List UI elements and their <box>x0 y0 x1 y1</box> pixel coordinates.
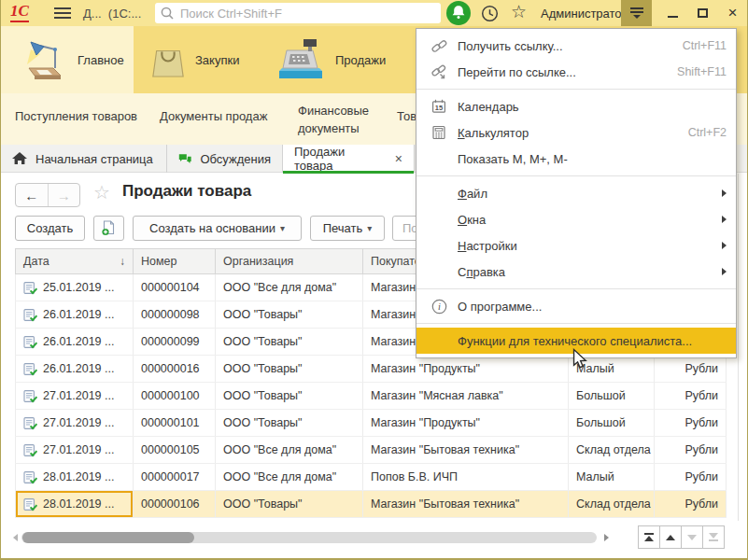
minimize-button[interactable] <box>658 0 687 26</box>
subnav-item-postupleniya[interactable]: Поступления товаров <box>15 109 137 123</box>
table-cell[interactable]: 25.01.2019 ... <box>15 274 134 301</box>
go-to-bottom-button[interactable] <box>702 525 725 549</box>
table-cell[interactable]: 27.01.2019 ... <box>15 383 134 409</box>
table-cell[interactable]: 28.01.2019 ... <box>15 491 134 517</box>
section-glavnoe[interactable]: Главное <box>1 26 134 93</box>
maximize-button[interactable] <box>688 0 717 26</box>
forward-button[interactable]: → <box>48 184 80 206</box>
hscroll-right-arrow[interactable] <box>604 534 609 541</box>
table-cell[interactable]: Склад отдела п... <box>569 437 655 463</box>
table-cell[interactable]: Рубли <box>655 410 727 436</box>
table-cell[interactable]: Магазин "Бытовая техника" <box>363 491 569 517</box>
favorites-button[interactable]: ☆ <box>511 2 527 22</box>
table-cell[interactable]: 000000106 <box>134 491 216 517</box>
column-header-date[interactable]: Дата ↓ <box>15 249 134 273</box>
menu-item[interactable]: КалькуляторCtrl+F2 <box>416 119 736 146</box>
table-cell[interactable]: 27.01.2019 ... <box>15 437 134 463</box>
table-cell[interactable]: Магазин "Продукты" <box>363 356 569 382</box>
table-cell[interactable]: Большой <box>569 383 655 409</box>
go-to-top-button[interactable] <box>638 525 660 549</box>
section-prodazhi[interactable]: Продажи <box>270 26 416 93</box>
move-up-button[interactable] <box>659 525 682 549</box>
service-menu-button[interactable] <box>621 0 652 26</box>
table-cell[interactable]: 000000100 <box>134 383 216 409</box>
table-cell[interactable]: ООО "Товары" <box>216 383 363 409</box>
table-cell[interactable]: Рубли <box>655 437 727 463</box>
hscroll-thumb[interactable] <box>22 532 194 543</box>
table-cell[interactable]: Склад отдела п... <box>569 491 655 517</box>
table-cell[interactable]: Рубли <box>655 356 727 382</box>
create-button[interactable]: Создать <box>15 216 85 241</box>
table-cell[interactable]: Магазин "Мясная лавка" <box>363 383 569 409</box>
table-cell[interactable]: Попов Б.В. ИЧП <box>363 464 569 490</box>
column-header-organization[interactable]: Организация <box>216 249 363 273</box>
move-down-button[interactable] <box>681 525 703 549</box>
table-row[interactable]: 28.01.2019 ...000000017ООО "Все для дома… <box>15 464 727 491</box>
menu-item[interactable]: 15Календарь <box>416 93 736 119</box>
table-cell[interactable]: 26.01.2019 ... <box>15 356 134 382</box>
table-cell[interactable]: Магазин "Бытовая техника" <box>363 437 569 463</box>
table-row[interactable]: 28.01.2019 ...000000106ООО "Товары"Магаз… <box>15 491 727 518</box>
tab-close-icon[interactable]: × <box>395 151 402 166</box>
table-cell[interactable]: 000000099 <box>134 329 216 355</box>
table-cell[interactable]: 26.01.2019 ... <box>15 301 134 328</box>
table-cell[interactable]: Малый <box>569 464 655 490</box>
table-cell[interactable]: ООО "Все для дома" <box>216 437 363 463</box>
table-row[interactable]: 27.01.2019 ...000000100ООО "Товары"Магаз… <box>15 383 727 410</box>
menu-item[interactable]: Перейти по ссылке...Shift+F11 <box>416 59 736 85</box>
create-based-on-button[interactable]: Создать на основании ▾ <box>133 216 302 241</box>
table-cell[interactable]: Рубли <box>655 383 727 409</box>
table-cell[interactable]: 28.01.2019 ... <box>15 464 134 490</box>
table-cell[interactable]: ООО "Товары" <box>216 301 363 328</box>
add-to-favorites-button[interactable]: ☆ <box>93 181 110 203</box>
menu-item[interactable]: Файл <box>416 180 736 206</box>
subnav-item-dokumenty-prodazh[interactable]: Документы продаж <box>160 109 267 123</box>
table-row[interactable]: 26.01.2019 ...000000016ООО "Товары"Магаз… <box>15 356 727 383</box>
table-cell[interactable]: Магазин "Продукты" <box>363 410 569 436</box>
menu-item[interactable]: Справка <box>416 259 736 285</box>
hamburger-menu-icon[interactable] <box>54 7 71 19</box>
table-cell[interactable]: 000000098 <box>134 301 216 328</box>
close-button[interactable]: × <box>718 0 747 26</box>
table-cell[interactable]: 000000101 <box>134 410 216 436</box>
table-cell[interactable]: Рубли <box>655 491 727 517</box>
hscroll-left-arrow[interactable] <box>13 534 18 541</box>
tab-discussions[interactable]: Обсуждения <box>167 145 283 173</box>
global-search[interactable] <box>155 3 441 23</box>
table-cell[interactable]: 000000017 <box>134 464 216 490</box>
menu-item[interactable]: Окна <box>416 206 736 232</box>
current-user[interactable]: Администратор <box>541 7 628 21</box>
table-cell[interactable]: 26.01.2019 ... <box>15 329 134 355</box>
table-cell[interactable]: 27.01.2019 ... <box>15 410 134 436</box>
table-cell[interactable]: ООО "Все для дома" <box>216 274 363 301</box>
table-cell[interactable]: Рубли <box>655 464 727 490</box>
tab-prodazhi-tovara[interactable]: Продажи товара × <box>283 145 415 173</box>
create-copy-button[interactable] <box>93 216 124 241</box>
column-header-number[interactable]: Номер <box>134 249 216 273</box>
print-button[interactable]: Печать ▾ <box>310 216 385 241</box>
table-cell[interactable]: 000000016 <box>134 356 216 382</box>
table-cell[interactable]: 000000105 <box>134 437 216 463</box>
table-row[interactable]: 27.01.2019 ...000000101ООО "Товары"Магаз… <box>15 410 727 437</box>
table-cell[interactable]: Большой <box>569 410 655 436</box>
menu-item[interactable]: Показать М, М+, М- <box>416 146 736 172</box>
section-zakupki[interactable]: Закупки <box>134 26 270 93</box>
table-cell[interactable]: ООО "Все для дома" <box>216 464 363 490</box>
menu-item[interactable]: iО программе... <box>416 293 736 319</box>
back-button[interactable]: ← <box>16 184 48 206</box>
menu-item[interactable]: Получить ссылку...Ctrl+F11 <box>416 33 736 59</box>
table-cell[interactable]: ООО "Товары" <box>216 410 363 436</box>
table-cell[interactable]: 000000104 <box>134 274 216 301</box>
table-row[interactable]: 27.01.2019 ...000000105ООО "Все для дома… <box>15 437 727 464</box>
history-button[interactable] <box>481 5 499 26</box>
table-cell[interactable]: ООО "Товары" <box>216 329 363 355</box>
table-cell[interactable]: ООО "Товары" <box>216 356 363 382</box>
hscroll-track[interactable] <box>21 532 597 543</box>
tab-home[interactable]: Начальная страница <box>1 145 167 173</box>
subnav-item-finansovye[interactable]: Финансовые документы <box>298 103 388 138</box>
global-search-input[interactable] <box>178 6 435 21</box>
table-cell[interactable]: ООО "Товары" <box>216 491 363 517</box>
notifications-button[interactable] <box>446 1 471 25</box>
star-icon: ☆ <box>93 182 110 203</box>
menu-item[interactable]: Настройки <box>416 232 736 259</box>
